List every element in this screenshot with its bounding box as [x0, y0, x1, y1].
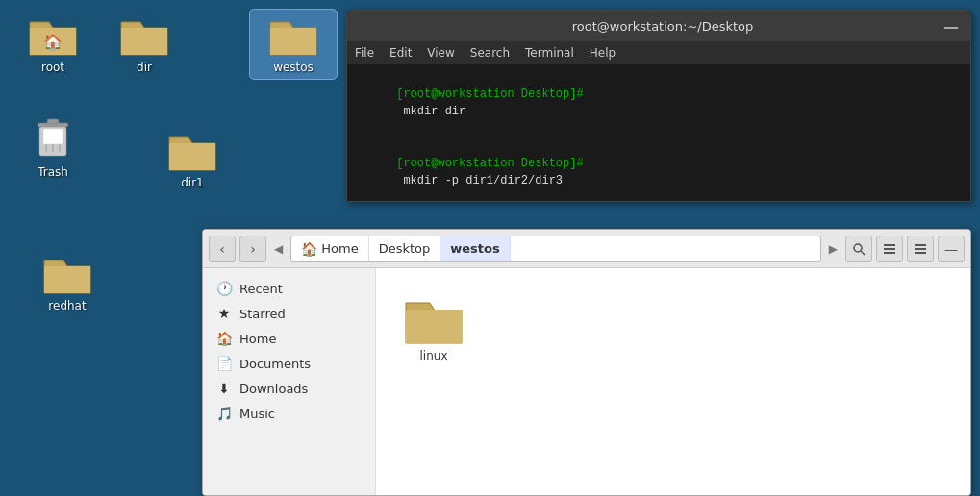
terminal-close-button[interactable]: —: [943, 17, 959, 36]
filemanager-window: ‹ › ◀ 🏠 Home Desktop westos ▶: [202, 229, 971, 496]
fm-path-home[interactable]: 🏠 Home: [291, 236, 368, 261]
svg-rect-13: [43, 129, 63, 144]
fm-search-button[interactable]: [845, 236, 872, 262]
desktop-icon-dir[interactable]: dir: [101, 10, 188, 79]
fm-minimize-button[interactable]: —: [938, 236, 965, 262]
trash-icon: [32, 115, 74, 161]
svg-marker-4: [121, 28, 167, 55]
terminal-menubar: File Edit View Search Terminal Help: [347, 41, 970, 64]
fm-path-westos[interactable]: westos: [440, 236, 510, 261]
desktop-icon-trash[interactable]: Trash: [10, 111, 96, 184]
view-list-icon: [883, 242, 896, 256]
terminal-menu-edit[interactable]: Edit: [389, 46, 412, 60]
fm-toolbar-right: —: [845, 236, 965, 262]
desktop-icon-dir-label: dir: [137, 61, 152, 74]
desktop-icon-redhat[interactable]: redhat: [24, 248, 111, 317]
hamburger-icon: [914, 242, 927, 256]
terminal-menu-file[interactable]: File: [355, 46, 374, 60]
svg-marker-6: [270, 28, 316, 55]
svg-rect-25: [915, 252, 926, 254]
desktop-icon-redhat-label: redhat: [48, 299, 86, 312]
downloads-icon: ⬇: [216, 381, 232, 396]
home-icon: 🏠: [216, 331, 232, 346]
fm-forward-button[interactable]: ›: [239, 236, 266, 262]
svg-rect-22: [884, 252, 895, 254]
fm-file-linux[interactable]: linux: [395, 287, 472, 368]
terminal-body[interactable]: [root@workstation Desktop]# mkdir dir [r…: [347, 64, 970, 201]
svg-marker-17: [44, 266, 90, 293]
svg-rect-20: [884, 244, 895, 246]
sidebar-item-downloads[interactable]: ⬇ Downloads: [203, 376, 375, 401]
fm-path-bar: 🏠 Home Desktop westos: [290, 236, 821, 262]
fm-file-linux-label: linux: [420, 349, 448, 362]
documents-icon: 📄: [216, 356, 232, 371]
svg-rect-21: [884, 248, 895, 250]
search-icon: [852, 242, 866, 256]
terminal-line-1: [root@workstation Desktop]# mkdir dir: [355, 68, 963, 137]
svg-rect-24: [915, 248, 926, 250]
folder-linux-icon: [404, 293, 464, 345]
svg-rect-8: [47, 119, 59, 124]
fm-body: 🕐 Recent ★ Starred 🏠 Home 📄 Documents ⬇ …: [203, 268, 970, 495]
fm-path-desktop[interactable]: Desktop: [369, 236, 441, 261]
fm-sidebar: 🕐 Recent ★ Starred 🏠 Home 📄 Documents ⬇ …: [203, 268, 376, 495]
recent-icon: 🕐: [216, 281, 232, 296]
desktop-icon-westos[interactable]: westos: [250, 10, 337, 79]
fm-view-toggle-button[interactable]: [876, 236, 903, 262]
sidebar-item-documents[interactable]: 📄 Documents: [203, 351, 375, 376]
starred-icon: ★: [216, 306, 232, 321]
terminal-menu-terminal[interactable]: Terminal: [525, 46, 574, 60]
folder-home-icon: 🏠: [28, 14, 78, 57]
fm-back-button[interactable]: ‹: [209, 236, 236, 262]
svg-line-19: [861, 251, 865, 255]
music-icon: 🎵: [216, 406, 232, 421]
folder-redhat-icon: [42, 253, 92, 295]
fm-menu-button[interactable]: [907, 236, 934, 262]
folder-westos-icon: [268, 14, 318, 57]
desktop-icon-westos-label: westos: [273, 61, 314, 74]
desktop-icon-trash-label: Trash: [38, 165, 68, 179]
folder-dir-icon: [119, 14, 169, 57]
desktop-icon-dir1[interactable]: dir1: [149, 125, 236, 194]
fm-toolbar: ‹ › ◀ 🏠 Home Desktop westos ▶: [203, 230, 970, 268]
svg-text:🏠: 🏠: [43, 33, 63, 51]
desktop-icon-root-label: root: [41, 61, 64, 74]
svg-marker-15: [169, 143, 215, 170]
svg-rect-23: [915, 244, 926, 246]
fm-path-right-arrow[interactable]: ▶: [825, 242, 842, 256]
terminal-titlebar: root@workstation:~/Desktop —: [347, 11, 970, 41]
terminal-window: root@workstation:~/Desktop — File Edit V…: [346, 10, 971, 202]
terminal-menu-view[interactable]: View: [427, 46, 454, 60]
fm-path-left-arrow[interactable]: ◀: [270, 242, 287, 256]
svg-marker-27: [406, 310, 462, 343]
sidebar-item-starred[interactable]: ★ Starred: [203, 301, 375, 326]
desktop-icon-dir1-label: dir1: [181, 176, 204, 189]
sidebar-item-music[interactable]: 🎵 Music: [203, 401, 375, 426]
sidebar-item-recent[interactable]: 🕐 Recent: [203, 276, 375, 301]
fm-content: linux: [376, 268, 970, 495]
terminal-menu-search[interactable]: Search: [470, 46, 510, 60]
terminal-title: root@workstation:~/Desktop: [382, 19, 943, 34]
sidebar-item-home[interactable]: 🏠 Home: [203, 326, 375, 351]
folder-dir1-icon: [167, 130, 217, 172]
terminal-line-2: [root@workstation Desktop]# mkdir -p dir…: [355, 137, 963, 201]
desktop-icon-root[interactable]: 🏠 root: [10, 10, 96, 79]
terminal-menu-help[interactable]: Help: [590, 46, 616, 60]
svg-point-18: [854, 244, 862, 252]
